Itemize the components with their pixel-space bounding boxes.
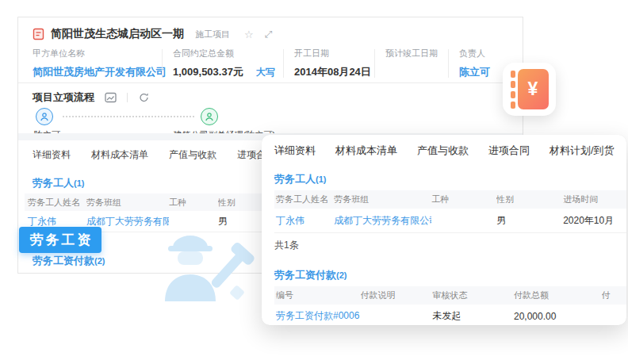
col-payment-total: 付款总额 bbox=[514, 289, 602, 301]
col-worker-name: 劳务工人姓名 bbox=[25, 197, 86, 209]
col-gender: 性别 bbox=[218, 197, 266, 209]
tab-material-plan[interactable]: 材料计划/到货 bbox=[550, 144, 615, 158]
field-expected-finish-date: 预计竣工日期 bbox=[385, 48, 438, 65]
yen-symbol: ¥ bbox=[528, 79, 538, 100]
table-header-row: 劳务工人姓名 劳务班组 工种 性别 进场时间 bbox=[274, 190, 626, 209]
section-count: (1) bbox=[74, 178, 84, 188]
section-count: (2) bbox=[336, 270, 347, 280]
col-crew: 劳务班组 bbox=[86, 197, 169, 209]
section-title: 劳务工资付款 bbox=[274, 269, 336, 281]
project-title: 简阳世茂生态城启动区一期 bbox=[51, 27, 184, 41]
approval-flow-header: 项目立项流程 bbox=[33, 90, 150, 105]
field-label: 预计竣工日期 bbox=[385, 48, 438, 59]
col-review-status: 审核状态 bbox=[432, 289, 514, 301]
flow-chart-icon[interactable] bbox=[105, 92, 117, 103]
col-worker-name: 劳务工人姓名 bbox=[274, 193, 334, 205]
field-contract-amount: 合同约定总金额 1,009,503.37元大写 bbox=[173, 48, 273, 79]
manager-link[interactable]: 陈立可 bbox=[459, 65, 490, 79]
person-icon bbox=[205, 112, 214, 121]
crew-link[interactable]: 成都丁大劳劳务有限公司 bbox=[334, 214, 431, 228]
gender-cell: 男 bbox=[218, 215, 266, 228]
tab-output-receipts[interactable]: 产值与收款 bbox=[169, 148, 216, 162]
table-row: 劳务工资付款#0006 未发起 20,000.00 bbox=[274, 305, 626, 325]
field-start-date: 开工日期 2014年08月24日 bbox=[294, 48, 364, 79]
project-summary-fields: 甲方单位名称 简阳世茂房地产开发有限公司 合同约定总金额 1,009,503.3… bbox=[33, 48, 513, 79]
worker-section-heading: 劳务工人(1) bbox=[274, 171, 326, 186]
crew-link[interactable]: 成都丁大劳劳务有限公司 bbox=[86, 215, 169, 228]
owner-company-link[interactable]: 简阳世茂房地产开发有限公司 bbox=[33, 65, 151, 79]
entry-time-cell: 2020年10月 bbox=[563, 214, 626, 228]
page: 简阳世茂生态城启动区一期 施工项目 ☆ ⤢ 甲方单位名称 简阳世茂房地产开发有限… bbox=[0, 0, 628, 364]
worker-section-heading: 劳务工人(1) bbox=[33, 175, 84, 190]
table-header-row: 编号 付款说明 审核状态 付款总额 付 bbox=[274, 286, 626, 305]
divider bbox=[283, 49, 284, 78]
project-document-icon bbox=[33, 28, 44, 40]
approver-avatar[interactable] bbox=[36, 108, 53, 125]
field-label: 甲方单位名称 bbox=[33, 48, 151, 59]
divider bbox=[162, 49, 163, 78]
col-entry-time: 进场时间 bbox=[563, 193, 626, 205]
project-type-tag: 施工项目 bbox=[195, 29, 230, 40]
ledger-icon: ¥ bbox=[511, 69, 549, 109]
divider bbox=[374, 49, 375, 78]
ledger-binding bbox=[511, 71, 515, 109]
start-date-value: 2014年08月24日 bbox=[294, 65, 364, 79]
person-icon bbox=[40, 112, 49, 121]
col-crew: 劳务班组 bbox=[334, 193, 431, 205]
field-owner: 甲方单位名称 简阳世茂房地产开发有限公司 bbox=[33, 48, 151, 79]
flow-title: 项目立项流程 bbox=[33, 90, 94, 105]
tab-detail[interactable]: 详细资料 bbox=[33, 148, 71, 162]
payment-section-heading: 劳务工资付款(2) bbox=[33, 253, 105, 268]
tab-material-cost[interactable]: 材料成本清单 bbox=[91, 148, 148, 162]
favorite-star-icon[interactable]: ☆ bbox=[244, 29, 254, 40]
contract-amount-value: 1,009,503.37元大写 bbox=[173, 65, 273, 79]
section-count: (1) bbox=[316, 174, 326, 184]
col-payment-note: 付款说明 bbox=[361, 289, 433, 301]
divider bbox=[18, 82, 523, 83]
tab-input-contract[interactable]: 进项合同 bbox=[488, 144, 530, 158]
labor-wage-callout-badge: 劳务工资 bbox=[19, 227, 101, 253]
gender-cell: 男 bbox=[496, 214, 563, 228]
col-gender: 性别 bbox=[496, 193, 563, 205]
worker-name-link[interactable]: 丁永伟 bbox=[25, 215, 86, 228]
payment-section-heading: 劳务工资付款(2) bbox=[274, 267, 347, 282]
construction-worker-watermark bbox=[159, 228, 255, 308]
col-trade: 工种 bbox=[431, 193, 496, 205]
expand-icon[interactable]: ⤢ bbox=[265, 29, 273, 40]
amount-text: 1,009,503.37元 bbox=[173, 66, 243, 78]
divider bbox=[448, 49, 449, 78]
payment-table: 编号 付款说明 审核状态 付款总额 付 劳务工资付款#0006 未发起 20,0… bbox=[274, 286, 626, 325]
refresh-icon[interactable] bbox=[138, 92, 150, 103]
panel-tab-bar: 详细资料 材料成本清单 产值与收款 进项合同 材料计划/到货 劳务工人 bbox=[274, 144, 626, 158]
worker-name-link[interactable]: 丁永伟 bbox=[274, 214, 334, 228]
wage-ledger-icon-card: ¥ bbox=[503, 63, 556, 116]
flow-connector bbox=[63, 116, 194, 117]
col-number: 编号 bbox=[274, 289, 361, 301]
tab-detail[interactable]: 详细资料 bbox=[274, 144, 316, 158]
labor-detail-panel: 详细资料 材料成本清单 产值与收款 进项合同 材料计划/到货 劳务工人 劳务工人… bbox=[262, 135, 626, 325]
field-label: 开工日期 bbox=[294, 48, 364, 59]
payment-total-cell: 20,000.00 bbox=[514, 311, 602, 322]
ledger-book: ¥ bbox=[518, 69, 549, 109]
field-label: 负责人 bbox=[459, 48, 490, 59]
col-truncated: 付 bbox=[602, 289, 626, 301]
section-title: 劳务工资付款 bbox=[33, 255, 94, 266]
tab-material-cost[interactable]: 材料成本清单 bbox=[335, 144, 397, 158]
uppercase-link[interactable]: 大写 bbox=[256, 67, 275, 78]
field-label: 合同约定总金额 bbox=[173, 48, 273, 59]
payment-number-link[interactable]: 劳务工资付款#0006 bbox=[274, 309, 361, 323]
worker-table: 劳务工人姓名 劳务班组 工种 性别 进场时间 丁永伟 成都丁大劳劳务有限公司 男… bbox=[274, 190, 626, 233]
section-title: 劳务工人 bbox=[33, 177, 74, 189]
field-manager: 负责人 陈立可 bbox=[459, 48, 490, 79]
divider bbox=[127, 93, 128, 102]
window-title-row: 简阳世茂生态城启动区一期 施工项目 ☆ ⤢ bbox=[33, 25, 272, 44]
total-count-text: 共1条 bbox=[274, 239, 299, 252]
review-status-cell: 未发起 bbox=[432, 309, 514, 323]
section-title: 劳务工人 bbox=[274, 173, 316, 185]
table-row: 丁永伟 成都丁大劳劳务有限公司 男 2020年10月 bbox=[274, 209, 626, 233]
approver-avatar[interactable] bbox=[201, 108, 218, 125]
tab-output-receipts[interactable]: 产值与收款 bbox=[417, 144, 469, 158]
col-trade: 工种 bbox=[169, 197, 218, 209]
section-count: (2) bbox=[94, 256, 105, 266]
